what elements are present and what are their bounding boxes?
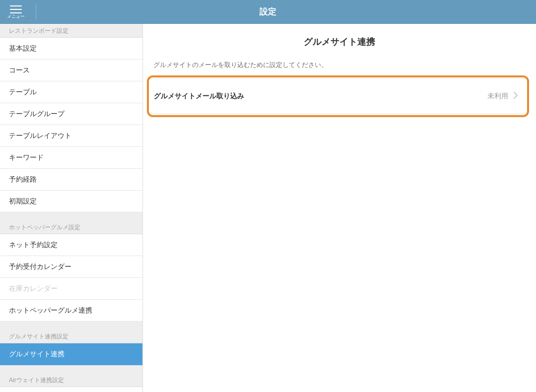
menu-button[interactable]: メニュー (0, 2, 32, 21)
page-title: グルメサイト連携 (143, 24, 536, 61)
hamburger-icon (10, 5, 22, 13)
sidebar-item-label: キーワード (9, 153, 44, 162)
sidebar-item-label: テーブル (9, 88, 37, 97)
sidebar-item[interactable]: ネット予約設定 (0, 234, 142, 256)
sidebar-item-label: ネット予約設定 (9, 241, 58, 250)
chevron-right-icon (513, 91, 518, 101)
page-description: グルメサイトのメールを取り込むために設定してください。 (143, 61, 536, 75)
main-content: グルメサイト連携 グルメサイトのメールを取り込むために設定してください。 グルメ… (143, 24, 536, 392)
sidebar-item[interactable]: 予約経路 (0, 169, 142, 191)
sidebar-item-label: ホットペッパーグルメ連携 (9, 306, 92, 315)
sidebar-item-label: グルメサイト連携 (9, 350, 65, 359)
sidebar-item-label: 基本設定 (9, 44, 37, 53)
app-header: メニュー 設定 (0, 0, 536, 24)
section-header: レストランボード設定 (0, 24, 142, 38)
sidebar-item[interactable]: ホットペッパーグルメ連携 (0, 300, 142, 322)
sidebar-item[interactable]: テーブルグループ (0, 103, 142, 125)
sidebar-item-label: テーブルグループ (9, 110, 65, 119)
setting-label: グルメサイトメール取り込み (154, 92, 487, 101)
sidebar-item[interactable]: 基本設定 (0, 38, 142, 60)
section-header: グルメサイト連携設定 (0, 322, 142, 343)
sidebar-item[interactable]: グルメサイト連携 (0, 343, 142, 365)
sidebar-item-label: 予約経路 (9, 175, 37, 184)
sidebar-item-label: 予約受付カレンダー (9, 262, 71, 271)
header-title: 設定 (260, 6, 276, 17)
sidebar-item-label: 初期設定 (9, 197, 37, 206)
main-container: レストランボード設定基本設定コーステーブルテーブルグループテーブルレイアウトキー… (0, 24, 536, 392)
sidebar-item-label: 在庫カレンダー (9, 284, 58, 293)
sidebar-item[interactable]: テーブル (0, 81, 142, 103)
sidebar-item[interactable]: 初期設定 (0, 191, 142, 212)
section-header: Airウェイト連携設定 (0, 365, 142, 387)
menu-label: メニュー (7, 14, 25, 19)
sidebar-item[interactable]: コース (0, 60, 142, 81)
sidebar-item-label: テーブルレイアウト (9, 131, 71, 140)
sidebar-item[interactable]: 予約受付カレンダー (0, 256, 142, 278)
highlighted-setting: グルメサイトメール取り込み 未利用 (147, 75, 529, 117)
section-header: ホットペッパーグルメ設定 (0, 212, 142, 234)
sidebar-item-label: コース (9, 66, 30, 75)
setting-row-mail-import[interactable]: グルメサイトメール取り込み 未利用 (150, 78, 526, 114)
sidebar-item[interactable]: Airウェイト連携 (0, 387, 142, 392)
setting-value: 未利用 (487, 92, 508, 101)
divider (36, 4, 36, 20)
sidebar: レストランボード設定基本設定コーステーブルテーブルグループテーブルレイアウトキー… (0, 24, 143, 392)
sidebar-item[interactable]: テーブルレイアウト (0, 125, 142, 147)
sidebar-item[interactable]: キーワード (0, 147, 142, 169)
sidebar-item: 在庫カレンダー (0, 278, 142, 300)
